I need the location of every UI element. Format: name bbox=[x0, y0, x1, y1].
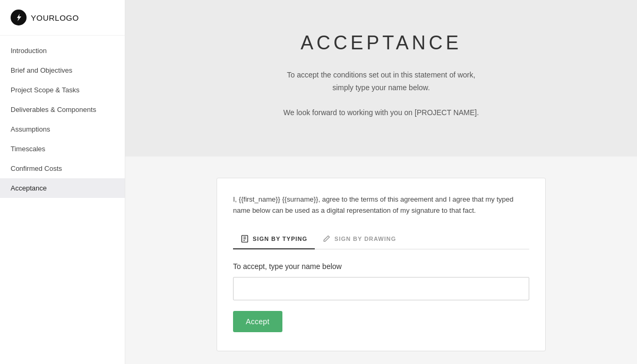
tab-drawing-label: SIGN BY DRAWING bbox=[334, 236, 396, 242]
hero-section: ACCEPTANCE To accept the conditions set … bbox=[125, 0, 637, 157]
name-input-label: To accept, type your name below bbox=[233, 262, 529, 271]
main-content: ACCEPTANCE To accept the conditions set … bbox=[125, 0, 637, 364]
sidebar-item-confirmed-costs[interactable]: Confirmed Costs bbox=[0, 159, 125, 178]
content-area: I, {{first_name}} {{surname}}, agree to … bbox=[125, 157, 637, 364]
sign-tabs: SIGN BY TYPING SIGN BY DRAWING bbox=[233, 229, 529, 249]
svg-marker-0 bbox=[17, 14, 21, 21]
hero-title: ACCEPTANCE bbox=[300, 32, 461, 54]
logo-bold: YOUR bbox=[31, 13, 55, 22]
sidebar-item-introduction[interactable]: Introduction bbox=[0, 41, 125, 60]
agreement-text: I, {{first_name}} {{surname}}, agree to … bbox=[233, 194, 529, 216]
bolt-icon bbox=[14, 13, 23, 22]
logo-icon bbox=[11, 10, 27, 25]
accept-button[interactable]: Accept bbox=[233, 311, 282, 332]
sidebar-item-deliverables-components[interactable]: Deliverables & Components bbox=[0, 100, 125, 119]
logo-text: YOURLOGO bbox=[31, 13, 79, 22]
tab-typing-label: SIGN BY TYPING bbox=[253, 236, 307, 242]
name-input[interactable] bbox=[233, 277, 529, 300]
sidebar-item-timescales[interactable]: Timescales bbox=[0, 139, 125, 159]
sidebar-item-acceptance[interactable]: Acceptance bbox=[0, 178, 125, 198]
sidebar-item-assumptions[interactable]: Assumptions bbox=[0, 119, 125, 139]
hero-line1: To accept the conditions set out in this… bbox=[287, 71, 476, 79]
sidebar: YOURLOGO Introduction Brief and Objectiv… bbox=[0, 0, 125, 364]
hero-subtitle: To accept the conditions set out in this… bbox=[283, 69, 479, 119]
tab-sign-by-drawing[interactable]: SIGN BY DRAWING bbox=[315, 229, 403, 249]
sidebar-item-project-scope-tasks[interactable]: Project Scope & Tasks bbox=[0, 80, 125, 100]
hero-line3: We look forward to working with you on [… bbox=[283, 108, 479, 117]
logo-light: LOGO bbox=[55, 13, 79, 22]
logo-area: YOURLOGO bbox=[0, 0, 125, 36]
tab-sign-by-typing[interactable]: SIGN BY TYPING bbox=[233, 229, 315, 249]
book-icon bbox=[240, 235, 249, 243]
hero-line2: simply type your name below. bbox=[332, 83, 430, 92]
pencil-icon bbox=[322, 235, 331, 243]
sidebar-item-brief-and-objectives[interactable]: Brief and Objectives bbox=[0, 60, 125, 80]
acceptance-card: I, {{first_name}} {{surname}}, agree to … bbox=[217, 178, 546, 351]
sidebar-nav: Introduction Brief and Objectives Projec… bbox=[0, 36, 125, 364]
